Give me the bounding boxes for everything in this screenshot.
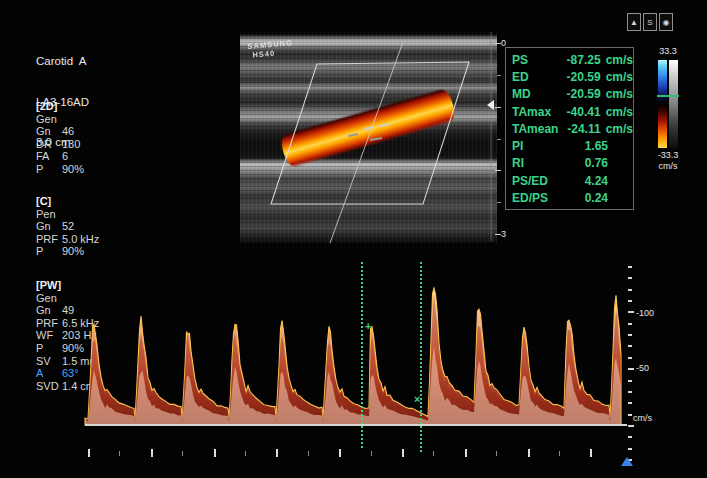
param-value: 49: [62, 304, 74, 317]
measurement-row-pi: PI1.65: [506, 137, 633, 154]
tick: [590, 449, 592, 457]
param-value: 63°: [62, 367, 79, 380]
param-row-gn: Gn46: [36, 125, 84, 138]
colorbar-min-label: -33.3: [651, 150, 685, 160]
measurement-row-ri: RI0.76: [506, 155, 633, 172]
section-title-2d: [2D]: [36, 100, 84, 113]
tick: [497, 139, 501, 140]
caliper-plus-marker: +: [365, 321, 371, 331]
measurement-label: PI: [506, 139, 564, 153]
param-label: WF: [36, 329, 62, 342]
measurement-label: TAmax: [506, 105, 560, 119]
ultrasound-screen: Carotid A LA3-16AD 3.0 cm [2D] Gen Gn46D…: [0, 0, 707, 478]
measurement-value: -87.25: [560, 53, 601, 67]
spectral-baseline: [85, 424, 627, 426]
measurement-unit: cm/s: [601, 70, 633, 84]
mode-2d: Gen: [36, 113, 84, 126]
param-row-gn: Gn52: [36, 220, 99, 233]
measurement-value: -24.11: [560, 122, 601, 136]
tick: [339, 449, 341, 457]
power-icon[interactable]: ◉: [659, 13, 673, 31]
param-value: 46: [62, 125, 74, 138]
param-value: 130: [62, 138, 80, 151]
section-title-c: [C]: [36, 195, 99, 208]
measurement-row-tamean: TAmean-24.11cm/s: [506, 120, 633, 137]
param-label: FA: [36, 150, 62, 163]
tick: [497, 75, 501, 76]
mode-c: Pen: [36, 208, 99, 221]
param-row-p: P90%: [36, 245, 99, 258]
measurement-value: 4.24: [564, 174, 608, 188]
tick: [628, 448, 632, 450]
s-badge-icon[interactable]: S: [643, 13, 657, 31]
color-doppler-bar: [658, 60, 667, 148]
tick: [496, 451, 497, 456]
param-label: P: [36, 342, 62, 355]
measurement-label: PS: [506, 53, 560, 67]
measure-cursor-2[interactable]: [420, 262, 422, 452]
roi-overlay: [240, 30, 497, 243]
tick: [402, 449, 404, 457]
measurement-label: TAmean: [506, 122, 560, 136]
measurement-row-tamax: TAmax-40.41cm/s: [506, 103, 633, 120]
param-label: A: [36, 367, 62, 380]
measurement-unit: cm/s: [601, 122, 633, 136]
tick: [495, 234, 501, 235]
tick: [433, 451, 434, 456]
param-value: 90%: [62, 163, 84, 176]
measurement-label: MD: [506, 87, 560, 101]
sweep-position-icon: [621, 457, 633, 466]
exam-preset: Carotid A: [36, 55, 89, 69]
tick: [559, 451, 560, 456]
wall-filter-marker: [657, 95, 679, 97]
measurement-value: 0.24: [564, 191, 608, 205]
tick: [119, 451, 120, 456]
measurement-value: -40.41: [560, 105, 601, 119]
status-icon-row: ▲S◉: [627, 13, 673, 31]
measurement-unit: cm/s: [601, 53, 633, 67]
bmode-image: SAMSUNG HS40: [240, 30, 497, 243]
measurement-label: ED/PS: [506, 191, 564, 205]
tick: [88, 449, 90, 457]
measurement-value: -20.59: [560, 87, 601, 101]
focus-marker-icon: [487, 100, 494, 110]
measure-cursor-1[interactable]: [361, 262, 363, 448]
measurement-value: -20.59: [560, 70, 601, 84]
param-row-fa: FA6: [36, 150, 84, 163]
measurement-value: 0.76: [564, 156, 608, 170]
tick: [308, 451, 309, 456]
tick: [182, 451, 183, 456]
tick: [495, 107, 501, 108]
param-label: PRF: [36, 233, 62, 246]
tick: [497, 202, 501, 203]
tick: [214, 449, 216, 457]
measurement-value: 1.65: [564, 139, 608, 153]
colorbar-max-label: 33.3: [651, 46, 685, 56]
param-value: 52: [62, 220, 74, 233]
tick: [276, 449, 278, 457]
param-label: DR: [36, 138, 62, 151]
param-value: 5.0 kHz: [62, 233, 99, 246]
measurement-row-ed: ED-20.59cm/s: [506, 68, 633, 85]
param-label: P: [36, 163, 62, 176]
params-2d: [2D] Gen Gn46DR130FA6P90%: [36, 100, 84, 176]
param-row-dr: DR130: [36, 138, 84, 151]
tick: [528, 449, 530, 457]
param-label: P: [36, 245, 62, 258]
tick: [628, 436, 632, 438]
tick: [465, 449, 467, 457]
caliper-x-marker: ×: [414, 394, 420, 404]
param-label: PRF: [36, 317, 62, 330]
param-value: 90%: [62, 245, 84, 258]
spectral-waveform: [80, 260, 640, 435]
tick: [495, 170, 501, 171]
transducer-icon[interactable]: ▲: [627, 13, 641, 31]
depth-tick-label-3: 3: [501, 229, 506, 239]
param-row-prf: PRF5.0 kHz: [36, 233, 99, 246]
param-label: Gn: [36, 220, 62, 233]
tick: [151, 449, 153, 457]
measurement-row-ed-ps: ED/PS0.24: [506, 189, 633, 206]
measurement-label: ED: [506, 70, 560, 84]
param-label: SV: [36, 355, 62, 368]
grayscale-bar: [669, 60, 678, 148]
